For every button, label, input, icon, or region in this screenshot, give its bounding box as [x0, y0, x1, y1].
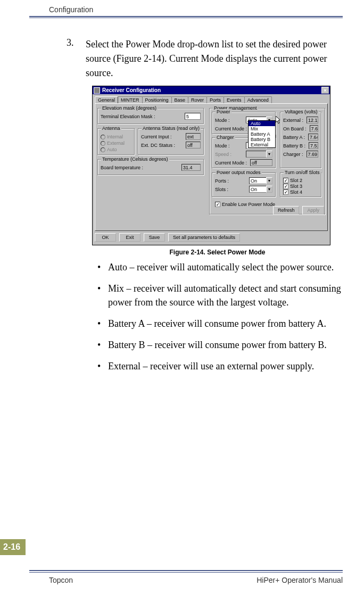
save-button[interactable]: Save [144, 233, 165, 242]
dropdown-option[interactable]: External [249, 142, 275, 147]
ext-dc-label: Ext. DC Status : [141, 143, 175, 148]
tab-positioning[interactable]: Positioning [142, 96, 172, 103]
temperature-value: 31.4 [181, 164, 201, 171]
list-item: Battery B – receiver will consume power … [97, 338, 343, 352]
list-item: External – receiver will use an external… [97, 359, 343, 373]
button-row: Refresh Apply [273, 206, 324, 214]
tab-events[interactable]: Events [224, 96, 245, 103]
group-title: Temperature (Celsius degrees) [101, 156, 169, 162]
elevation-input[interactable]: 5 [185, 113, 201, 120]
page-header: Configuration [49, 5, 93, 14]
tab-panel: Elevation mask (degrees) Terminal Elevat… [95, 103, 328, 231]
checkbox-slot3[interactable]: ✓Slot 3 [283, 184, 318, 189]
tab-rover[interactable]: Rover [188, 96, 207, 103]
figure: Receiver Configuration × General MINTER … [92, 86, 343, 256]
dropdown-option[interactable]: Auto [249, 121, 275, 126]
temperature-label: Board temperature : [101, 165, 143, 170]
current-mode-label: Current Mode : [215, 126, 247, 131]
checkbox-low-power[interactable]: ✓Enable Low Power Mode [215, 202, 275, 207]
charger-mode-label: Mode : [215, 143, 230, 148]
radio-internal[interactable]: Internal [101, 134, 131, 139]
ext-dc-value: off [186, 142, 201, 148]
group-title: Antenna [101, 126, 121, 131]
volt-label: Battery A : [283, 135, 305, 140]
volt-label: Charger : [283, 152, 303, 157]
ok-button[interactable]: OK [95, 233, 116, 242]
charger-current-value: off [250, 159, 272, 166]
volt-label: External : [283, 118, 303, 123]
step-text: Select the Power Mode drop-down list to … [86, 37, 343, 80]
group-voltages: Voltages (volts) External :12.1 On Board… [280, 112, 321, 168]
footer-left: Topcon [49, 576, 73, 584]
tab-general[interactable]: General [95, 96, 118, 103]
app-icon [94, 87, 100, 94]
power-mode-dropdown[interactable]: Auto Mix Battery A Battery B External [248, 120, 276, 148]
refresh-button[interactable]: Refresh [273, 206, 300, 214]
tabs: General MINTER Positioning Base Rover Po… [93, 94, 330, 103]
speed-select: ▼ [246, 151, 272, 158]
volt-value: 7.64 [308, 134, 318, 141]
volt-value: 7.51 [309, 142, 318, 149]
tab-ports[interactable]: Ports [206, 96, 224, 103]
chevron-down-icon: ▼ [266, 151, 272, 158]
elevation-label: Terminal Elevation Mask : [101, 114, 155, 119]
list-item: Auto – receiver will automatically selec… [97, 260, 343, 274]
window-title: Receiver Configuration [102, 87, 161, 93]
defaults-button[interactable]: Set all parameters to defaults [168, 233, 240, 242]
dropdown-option[interactable]: Mix [249, 126, 275, 131]
volt-label: On Board : [283, 126, 307, 131]
tab-base[interactable]: Base [171, 96, 189, 103]
chevron-down-icon[interactable]: ▼ [266, 186, 272, 193]
group-title: Turn on/off Slots [284, 170, 321, 175]
step-number: 3. [67, 37, 76, 80]
slots-select[interactable]: On▼ [249, 186, 272, 193]
group-title: Power output modes [216, 170, 262, 175]
rule [29, 18, 343, 18]
group-output-modes: Power output modes Ports :On▼ Slots :On▼ [212, 172, 276, 197]
chevron-down-icon[interactable]: ▼ [266, 177, 272, 184]
ports-label: Ports : [215, 178, 229, 184]
rule [29, 16, 343, 17]
group-power-mgmt: Power management Power Mode : Auto▼ Curr… [209, 108, 325, 214]
volt-value: 12.1 [307, 117, 318, 123]
close-button[interactable]: × [321, 87, 329, 94]
content: 3. Select the Power Mode drop-down list … [67, 37, 343, 381]
list-item: Battery A – receiver will consume power … [97, 317, 343, 331]
dropdown-option[interactable]: Battery A [249, 131, 275, 137]
current-input-label: Current Input : [141, 134, 172, 139]
current-input-value: ext [186, 133, 201, 140]
dialog-window: Receiver Configuration × General MINTER … [92, 86, 330, 245]
speed-label: Speed : [215, 152, 231, 157]
volt-label: Battery B : [283, 143, 305, 148]
figure-caption: Figure 2-14. Select Power Mode [92, 249, 343, 256]
group-temperature: Temperature (Celsius degrees) Board temp… [97, 159, 204, 175]
page-number: 2-16 [0, 539, 26, 555]
footer: Topcon HiPer+ Operator's Manual [49, 576, 343, 584]
footer-right: HiPer+ Operator's Manual [257, 576, 343, 584]
tab-advanced[interactable]: Advanced [244, 96, 272, 103]
group-antenna: Antenna Internal External Auto [97, 128, 135, 155]
titlebar: Receiver Configuration × [93, 86, 330, 94]
apply-button[interactable]: Apply [302, 206, 324, 214]
rule [29, 572, 343, 573]
list-item: Mix – receiver will automatically detect… [97, 282, 343, 309]
radio-auto[interactable]: Auto [101, 147, 131, 152]
group-title: Voltages (volts) [284, 109, 319, 114]
checkbox-slot4[interactable]: ✓Slot 4 [283, 189, 318, 195]
ports-select[interactable]: On▼ [249, 177, 272, 184]
volt-value: 7.69 [307, 151, 318, 158]
group-elevation: Elevation mask (degrees) Terminal Elevat… [97, 108, 204, 124]
exit-button[interactable]: Exit [119, 233, 140, 242]
slots-label: Slots : [215, 187, 228, 192]
group-antenna-status: Antenna Status (read only) Current Input… [138, 128, 204, 155]
bullet-list: Auto – receiver will automatically selec… [76, 260, 343, 374]
radio-external[interactable]: External [101, 141, 131, 146]
checkbox-slot2[interactable]: ✓Slot 2 [283, 178, 318, 183]
volt-value: 7.6 [310, 125, 318, 132]
group-slots: Turn on/off Slots ✓Slot 2 ✓Slot 3 ✓Slot … [280, 172, 321, 197]
group-title: Elevation mask (degrees) [101, 105, 158, 111]
group-title: Antenna Status (read only) [142, 126, 201, 131]
dropdown-option[interactable]: Battery B [249, 137, 275, 142]
tab-minter[interactable]: MINTER [118, 96, 143, 103]
rule [29, 570, 343, 571]
